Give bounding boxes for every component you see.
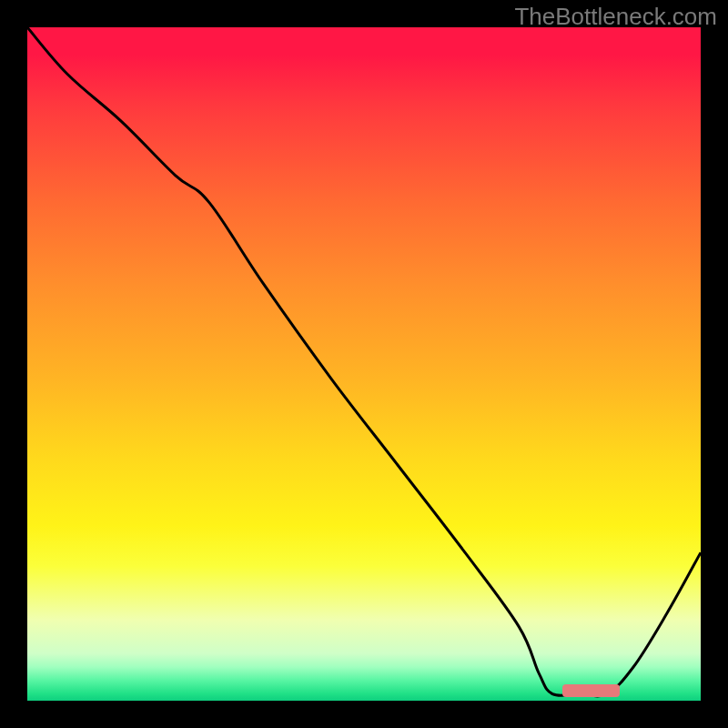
chart-background-gradient: [27, 27, 701, 701]
page-root: TheBottleneck.com: [0, 0, 728, 728]
optimal-range-marker: [562, 684, 620, 696]
watermark-text: TheBottleneck.com: [514, 3, 717, 31]
